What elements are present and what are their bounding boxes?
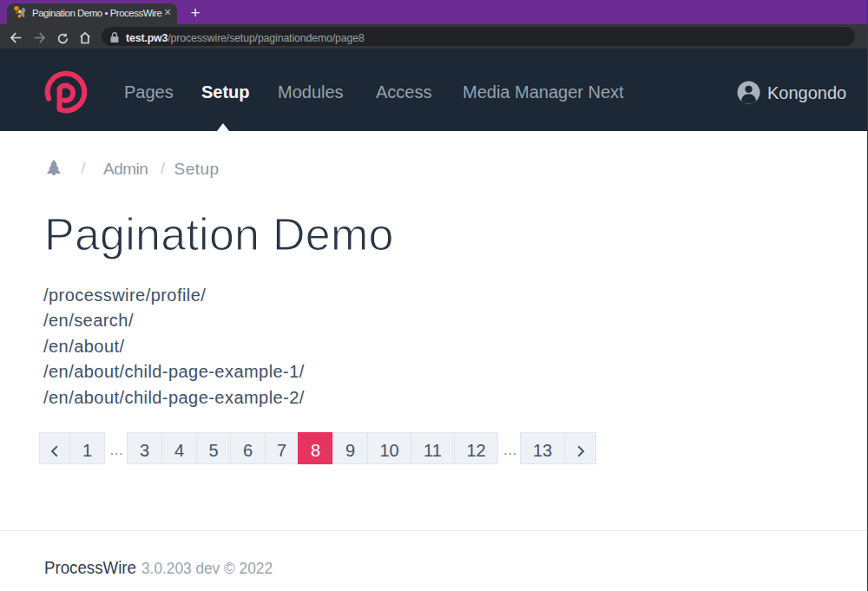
svg-text:3.0.203 dev © 2022: 3.0.203 dev © 2022 — [141, 559, 273, 577]
svg-text:ProcessWire: ProcessWire — [44, 557, 136, 577]
